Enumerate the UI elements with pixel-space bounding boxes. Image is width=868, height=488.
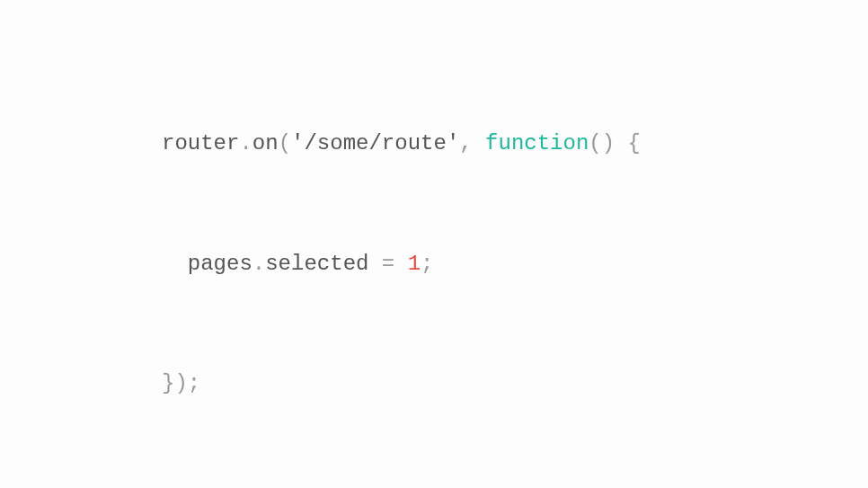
token-punct: .	[239, 131, 252, 155]
code-line-3: });	[162, 364, 641, 404]
code-line-1: router.on('/some/route', function() {	[162, 124, 641, 164]
code-snippet: router.on('/some/route', function() { pa…	[162, 45, 641, 444]
token-string: '/some/route'	[291, 131, 459, 155]
token-keyword: function	[485, 131, 589, 155]
token-punct: ;	[421, 252, 433, 276]
token-property: selected	[265, 252, 382, 276]
token-number: 1	[408, 252, 421, 276]
token-punct: .	[252, 252, 265, 276]
token-identifier: router	[162, 131, 239, 155]
token-method: on	[252, 131, 279, 155]
token-punct: () {	[589, 131, 641, 155]
code-line-2: pages.selected = 1;	[162, 244, 641, 284]
token-punct: });	[162, 371, 200, 395]
token-operator: =	[382, 252, 408, 276]
token-punct: ,	[459, 131, 485, 155]
token-identifier: pages	[188, 252, 252, 276]
token-punct: (	[279, 131, 291, 155]
